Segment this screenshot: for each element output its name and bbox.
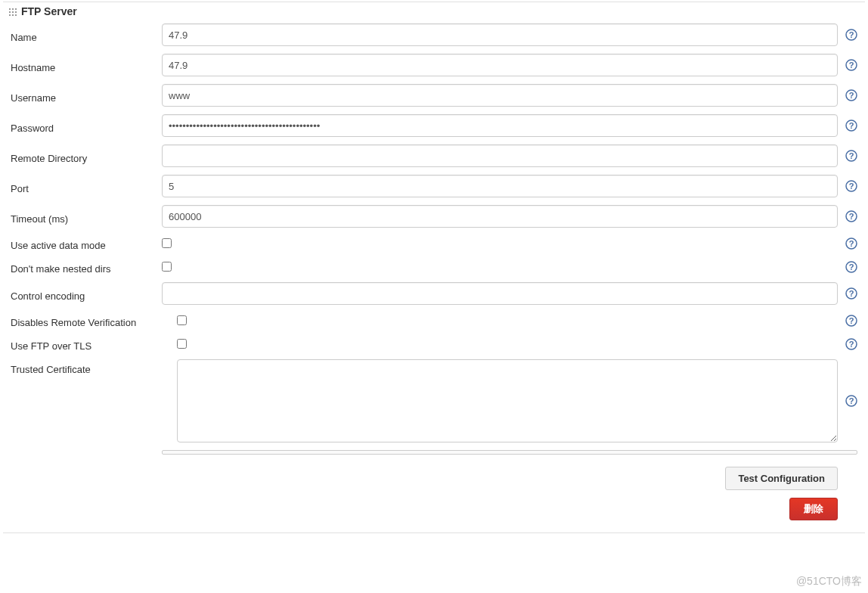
label-remote-directory: Remote Directory xyxy=(11,148,162,164)
help-icon[interactable]: ? xyxy=(845,315,857,327)
help-icon[interactable]: ? xyxy=(845,261,857,273)
svg-text:?: ? xyxy=(849,316,854,325)
label-hostname: Hostname xyxy=(11,57,162,73)
row-password: Password ? xyxy=(3,114,865,137)
help-icon[interactable]: ? xyxy=(845,210,857,222)
test-configuration-button[interactable]: Test Configuration xyxy=(725,467,838,490)
username-input[interactable] xyxy=(162,84,838,107)
svg-text:?: ? xyxy=(849,30,854,39)
label-no-nested: Don't make nested dirs xyxy=(11,259,162,275)
svg-text:?: ? xyxy=(849,182,854,191)
control-encoding-input[interactable] xyxy=(162,282,838,305)
svg-text:?: ? xyxy=(849,151,854,160)
row-username: Username ? xyxy=(3,84,865,107)
help-icon[interactable]: ? xyxy=(845,59,857,71)
label-disable-rv: Disables Remote Verification xyxy=(11,312,177,328)
label-active-mode: Use active data mode xyxy=(11,235,162,251)
svg-text:?: ? xyxy=(849,262,854,272)
help-icon[interactable]: ? xyxy=(845,287,857,300)
row-active-mode: Use active data mode ? xyxy=(3,235,865,251)
svg-text:?: ? xyxy=(849,61,854,70)
row-hostname: Hostname ? xyxy=(3,54,865,76)
ftp-server-section: FTP Server Name ? Hostname ? Username ? … xyxy=(3,2,865,533)
label-username: Username xyxy=(11,88,162,104)
svg-text:?: ? xyxy=(849,91,854,100)
label-timeout: Timeout (ms) xyxy=(11,209,162,225)
section-title: FTP Server xyxy=(21,5,77,17)
help-icon[interactable]: ? xyxy=(845,180,857,192)
row-disable-rv: Disables Remote Verification ? xyxy=(3,312,865,328)
help-icon[interactable]: ? xyxy=(845,29,857,41)
password-input[interactable] xyxy=(162,114,838,137)
timeout-input[interactable] xyxy=(162,205,838,228)
row-no-nested: Don't make nested dirs ? xyxy=(3,259,865,275)
help-icon[interactable]: ? xyxy=(845,150,857,162)
remote-directory-input[interactable] xyxy=(162,144,838,167)
port-input[interactable] xyxy=(162,175,838,197)
svg-text:?: ? xyxy=(849,212,854,221)
actions: Test Configuration 删除 xyxy=(3,455,865,520)
active-mode-checkbox[interactable] xyxy=(162,238,172,248)
delete-button[interactable]: 删除 xyxy=(789,498,838,520)
row-remote-directory: Remote Directory ? xyxy=(3,144,865,167)
label-control-encoding: Control encoding xyxy=(11,286,162,302)
row-control-encoding: Control encoding ? xyxy=(3,282,865,305)
hostname-input[interactable] xyxy=(162,54,838,76)
svg-text:?: ? xyxy=(849,121,854,130)
help-icon[interactable]: ? xyxy=(845,120,857,132)
disable-rv-checkbox[interactable] xyxy=(177,315,187,325)
label-port: Port xyxy=(11,179,162,194)
label-name: Name xyxy=(11,27,162,43)
trusted-cert-textarea[interactable] xyxy=(177,359,838,442)
help-icon[interactable]: ? xyxy=(845,238,857,250)
no-nested-checkbox[interactable] xyxy=(162,262,172,272)
section-header: FTP Server xyxy=(3,2,865,23)
label-ftp-tls: Use FTP over TLS xyxy=(11,336,177,352)
svg-text:?: ? xyxy=(849,396,854,405)
name-input[interactable] xyxy=(162,23,838,46)
label-password: Password xyxy=(11,118,162,134)
row-timeout: Timeout (ms) ? xyxy=(3,205,865,228)
drag-handle-icon[interactable] xyxy=(8,7,17,16)
ftp-tls-checkbox[interactable] xyxy=(177,339,187,349)
help-icon[interactable]: ? xyxy=(845,395,857,407)
help-icon[interactable]: ? xyxy=(845,89,857,101)
row-port: Port ? xyxy=(3,175,865,197)
help-icon[interactable]: ? xyxy=(845,338,857,350)
svg-text:?: ? xyxy=(849,289,854,298)
label-trusted-cert: Trusted Certificate xyxy=(11,359,177,442)
row-name: Name ? xyxy=(3,23,865,46)
svg-text:?: ? xyxy=(849,239,854,248)
row-ftp-tls: Use FTP over TLS ? xyxy=(3,336,865,352)
row-trusted-cert: Trusted Certificate ? xyxy=(3,359,865,442)
svg-text:?: ? xyxy=(849,340,854,349)
